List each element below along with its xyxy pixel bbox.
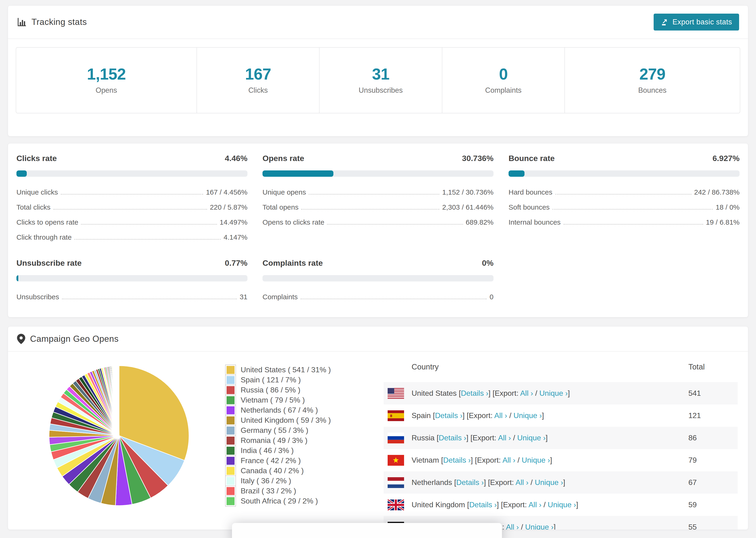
table-row-ru: Russia [Details ›] [Export: All › / Uniq… xyxy=(384,427,738,449)
bracket: ] xyxy=(484,478,486,487)
details-link[interactable]: Details › xyxy=(443,456,471,464)
legend-item-vietnam[interactable]: Vietnam ( 79 / 5% ) xyxy=(226,395,376,405)
rate-title: Opens rate xyxy=(262,154,304,163)
rate-value: 0% xyxy=(482,258,494,268)
legend-item-united-kingdom[interactable]: United Kingdom ( 59 / 3% ) xyxy=(226,415,376,425)
legend-swatch xyxy=(226,466,236,476)
rate-row-label: Total opens xyxy=(262,203,298,211)
legend-item-germany[interactable]: Germany ( 55 / 3% ) xyxy=(226,425,376,435)
rate-panel-unsubscribe-rate: Unsubscribe rate0.77%Unsubscribes31 xyxy=(17,258,247,304)
table-row-vn: Vietnam [Details ›] [Export: All › / Uni… xyxy=(384,449,738,471)
country-name: United States xyxy=(411,389,457,398)
rate-row-label: Opens to clicks rate xyxy=(262,218,324,226)
details-link[interactable]: Details › xyxy=(461,389,488,398)
export-all-link[interactable]: All › xyxy=(498,434,511,442)
rate-panel-opens-rate: Opens rate30.736%Unique opens1,152 / 30.… xyxy=(262,154,494,245)
rate-row-value: 167 / 4.456% xyxy=(206,188,247,196)
legend-item-united-states[interactable]: United States ( 541 / 31% ) xyxy=(226,365,376,375)
rate-title: Clicks rate xyxy=(17,154,57,163)
table-row-nl: Netherlands [Details ›] [Export: All › /… xyxy=(384,471,738,494)
bar-chart-icon xyxy=(17,17,27,27)
country-column-header: Country xyxy=(411,362,688,371)
rate-row: Click through rate4.147% xyxy=(17,230,247,245)
details-link[interactable]: Details › xyxy=(469,501,497,509)
rate-row-value: 18 / 0% xyxy=(716,203,739,211)
details-link[interactable]: Details › xyxy=(439,434,466,442)
export-unique-link[interactable]: Unique › xyxy=(522,456,550,464)
rate-rows: Complaints0 xyxy=(262,290,494,304)
rate-head: Unsubscribe rate0.77% xyxy=(17,258,247,268)
country-name: Vietnam xyxy=(411,456,439,464)
legend-swatch xyxy=(226,446,236,456)
legend-item-france[interactable]: France ( 42 / 2% ) xyxy=(226,456,376,466)
bracket: ] xyxy=(488,389,490,398)
country-name: United Kingdom xyxy=(411,501,465,509)
rate-head: Opens rate30.736% xyxy=(262,154,494,163)
legend-item-netherlands[interactable]: Netherlands ( 67 / 4% ) xyxy=(226,405,376,415)
rate-row-value: 242 / 86.738% xyxy=(694,188,740,196)
export-unique-link[interactable]: Unique › xyxy=(517,434,546,442)
rate-row: Soft bounces18 / 0% xyxy=(509,200,739,215)
details-link[interactable]: Details › xyxy=(435,411,462,420)
legend-swatch xyxy=(226,476,236,486)
export-prefix: [Export: xyxy=(467,411,493,420)
rate-head: Complaints rate0% xyxy=(262,258,494,268)
details-link[interactable]: Details › xyxy=(456,478,484,487)
stat-label: Opens xyxy=(95,86,117,95)
stat-box-bounces: 279Bounces xyxy=(565,48,740,113)
bracket: ] xyxy=(466,434,468,442)
rate-row-value: 1,152 / 30.736% xyxy=(442,188,494,196)
slash: / xyxy=(531,478,533,487)
export-basic-stats-button[interactable]: Export basic stats xyxy=(654,14,739,30)
total-cell: 121 xyxy=(688,411,738,420)
export-all-link[interactable]: All › xyxy=(515,478,528,487)
legend-label: Netherlands ( 67 / 4% ) xyxy=(241,406,318,414)
geo-table-header: Country Total xyxy=(384,351,738,382)
legend-item-canada[interactable]: Canada ( 40 / 2% ) xyxy=(226,466,376,476)
slash: / xyxy=(521,523,523,530)
export-unique-link[interactable]: Unique › xyxy=(548,501,576,509)
legend-item-romania[interactable]: Romania ( 49 / 3% ) xyxy=(226,435,376,446)
stat-box-unsubscribes: 31Unsubscribes xyxy=(319,48,442,113)
rate-row-label: Total clicks xyxy=(17,203,50,211)
export-all-link[interactable]: All › xyxy=(528,501,541,509)
export-prefix: [Export: xyxy=(470,434,496,442)
export-prefix: [Export: xyxy=(493,389,518,398)
export-all-link[interactable]: All › xyxy=(503,456,515,464)
rate-row-value: 220 / 5.87% xyxy=(210,203,247,211)
rate-rows: Unique clicks167 / 4.456%Total clicks220… xyxy=(17,185,247,245)
rate-row-value: 0 xyxy=(490,293,494,301)
legend-item-south-africa[interactable]: South Africa ( 29 / 2% ) xyxy=(226,496,376,506)
legend-item-russia[interactable]: Russia ( 86 / 5% ) xyxy=(226,385,376,395)
rate-progress-bar xyxy=(262,275,494,282)
dotted-leader xyxy=(564,224,703,225)
legend-item-brazil[interactable]: Brazil ( 33 / 2% ) xyxy=(226,486,376,496)
export-prefix: [Export: xyxy=(501,501,527,509)
dotted-leader xyxy=(61,194,203,194)
rate-row-label: Unique clicks xyxy=(17,188,58,196)
legend-label: Spain ( 121 / 7% ) xyxy=(241,376,301,384)
export-all-link[interactable]: All › xyxy=(494,411,507,420)
export-all-link[interactable]: All › xyxy=(520,389,533,398)
rate-row: Opens to clicks rate689.82% xyxy=(262,215,494,230)
total-cell: 67 xyxy=(688,478,738,487)
export-all-link[interactable]: All › xyxy=(506,523,519,530)
export-unique-link[interactable]: Unique › xyxy=(513,411,542,420)
gb-flag-icon xyxy=(388,500,404,510)
legend-item-spain[interactable]: Spain ( 121 / 7% ) xyxy=(226,375,376,385)
es-flag-icon xyxy=(388,410,404,421)
rates-card: Clicks rate4.46%Unique clicks167 / 4.456… xyxy=(8,143,748,317)
rate-progress-fill xyxy=(17,170,27,177)
legend-item-india[interactable]: India ( 46 / 3% ) xyxy=(226,446,376,456)
slash: / xyxy=(535,389,537,398)
legend-item-italy[interactable]: Italy ( 36 / 2% ) xyxy=(226,476,376,486)
export-unique-link[interactable]: Unique › xyxy=(539,389,568,398)
export-icon xyxy=(661,18,669,26)
legend-label: Brazil ( 33 / 2% ) xyxy=(241,487,296,495)
bracket: ] xyxy=(554,523,556,530)
stat-value: 1,152 xyxy=(87,66,126,82)
rate-row-label: Soft bounces xyxy=(509,203,550,211)
export-unique-link[interactable]: Unique › xyxy=(525,523,554,530)
rate-row: Hard bounces242 / 86.738% xyxy=(509,185,739,200)
export-unique-link[interactable]: Unique › xyxy=(535,478,563,487)
